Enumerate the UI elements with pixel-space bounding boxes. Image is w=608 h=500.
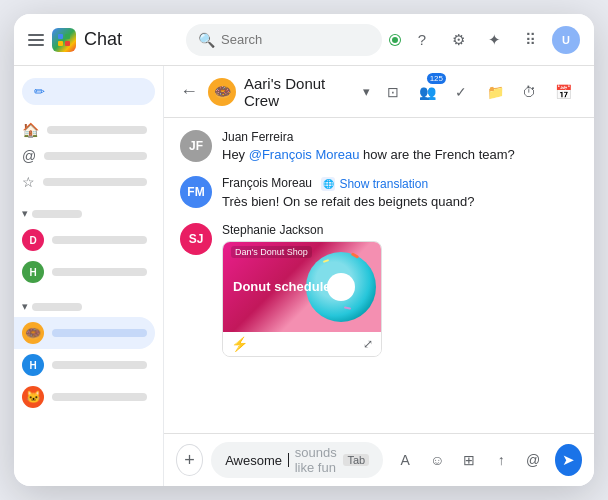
home-label [47,126,147,134]
more-icon: @ [526,452,540,468]
settings-icon[interactable]: ⚙ [444,26,472,54]
files-button[interactable]: 📁 [480,77,510,107]
svg-rect-2 [58,41,63,46]
mention-1[interactable]: @François Moreau [249,147,360,162]
avatar-stephanie: SJ [180,223,212,255]
main-layout: ✏ 🏠 @ ☆ ▾ [14,66,594,486]
search-icon: 🔍 [198,32,215,48]
chat-panel: ← 🍩 Aari's Donut Crew ▾ ⊡ 👥 125 ✓ 📁 ⏱ 📅 [164,66,594,486]
app-title: Chat [84,29,122,50]
chat-header-actions: ⊡ 👥 125 ✓ 📁 ⏱ 📅 [378,77,578,107]
sparkle-icon[interactable]: ✦ [480,26,508,54]
upload-button[interactable]: ↑ [487,446,515,474]
nav-section: 🏠 @ ☆ [14,117,163,195]
emoji-icon: ☺ [430,452,444,468]
avatar-juan: JF [180,130,212,162]
donut-crew-label [52,329,147,337]
integrations-button[interactable]: ⏱ [514,77,544,107]
new-chat-button[interactable]: ✏ [22,78,155,105]
help-icon[interactable]: ? [408,26,436,54]
dm2-avatar: H [22,354,44,376]
space-avatar-s2: H [22,261,44,283]
home-icon: 🏠 [22,122,39,138]
search-input[interactable] [221,32,370,47]
input-cursor [288,453,289,467]
chat-room-title: Aari's Donut Crew [244,75,355,109]
message-text-1: Hey @François Moreau how are the French … [222,146,578,164]
message-content-1: Juan Ferreira Hey @François Moreau how a… [222,130,578,164]
topbar: Chat 🔍 ? ⚙ ✦ ⠿ U [14,14,594,66]
upload-icon: ↑ [498,452,505,468]
sidebar-item-home[interactable]: 🏠 [14,117,155,143]
attach-button[interactable]: ⊞ [455,446,483,474]
more-button[interactable]: @ [519,446,547,474]
card-shop-label: Dan's Donut Shop [231,246,312,258]
message-suffix-1: how are the French team? [359,147,514,162]
mentions-label [44,152,147,160]
message-group-2: FM François Moreau 🌐 Show translation Tr… [180,176,578,211]
input-suggestion: sounds like fun [295,445,338,475]
emoji-button[interactable]: ☺ [423,446,451,474]
chat-header: ← 🍩 Aari's Donut Crew ▾ ⊡ 👥 125 ✓ 📁 ⏱ 📅 [164,66,594,118]
message-group-3: SJ Stephanie Jackson Dan's Donut Shop Do… [180,223,578,357]
format-text-button[interactable]: A [391,446,419,474]
sidebar-item-dm3[interactable]: 🐱 [14,381,155,413]
input-actions: A ☺ ⊞ ↑ @ [391,446,547,474]
apps-icon[interactable]: ⠿ [516,26,544,54]
space-label-s1 [52,236,147,244]
svg-rect-0 [58,34,63,39]
translate-button[interactable]: 🌐 Show translation [321,177,428,191]
members-button[interactable]: 👥 125 [412,77,442,107]
message-prefix-1: Hey [222,147,249,162]
dm3-label [52,393,147,401]
menu-icon[interactable] [28,34,44,46]
section-label [32,210,82,218]
translate-icon: 🌐 [321,177,335,191]
status-indicator [390,35,400,45]
chat-room-avatar: 🍩 [208,78,236,106]
dm2-label [52,361,147,369]
chat-room-dropdown-icon[interactable]: ▾ [363,84,370,99]
calendar-button[interactable]: 📅 [548,77,578,107]
user-avatar[interactable]: U [552,26,580,54]
sidebar-item-dm2[interactable]: H [14,349,155,381]
messages-area: JF Juan Ferreira Hey @François Moreau ho… [164,118,594,433]
edit-icon: ✏ [34,84,45,99]
avatar-francois: FM [180,176,212,208]
donut-crew-avatar: 🍩 [22,322,44,344]
card-footer-icon: ⚡ [231,336,248,352]
send-button[interactable]: ➤ [555,444,582,476]
chevron-down-icon2: ▾ [22,300,28,313]
send-icon: ➤ [562,451,575,469]
starred-label [43,178,147,186]
back-button[interactable]: ← [180,81,198,102]
tasks-button[interactable]: ✓ [446,77,476,107]
video-call-button[interactable]: ⊡ [378,77,408,107]
card-footer: ⚡ ⤢ [223,332,381,356]
format-icon: A [401,452,410,468]
card-title: Donut schedule [233,279,331,296]
card-expand-icon[interactable]: ⤢ [363,337,373,351]
donut-hole [327,273,355,301]
message-input-box[interactable]: Awesome sounds like fun Tab [211,442,383,478]
space-label-s2 [52,268,147,276]
sidebar-item-donut-crew[interactable]: 🍩 [14,317,155,349]
sidebar-item-s2[interactable]: H [14,256,155,288]
space-avatar-s1: D [22,229,44,251]
app-window: Chat 🔍 ? ⚙ ✦ ⠿ U ✏ 🏠 [14,14,594,486]
sidebar-item-s1[interactable]: D [14,224,155,256]
spaces-section: ▾ D H [14,203,163,288]
message-content-2: François Moreau 🌐 Show translation Très … [222,176,578,211]
dm3-avatar: 🐱 [22,386,44,408]
topbar-left: Chat [28,28,178,52]
members-badge: 125 [427,73,446,84]
donut-card[interactable]: Dan's Donut Shop Donut schedule [222,241,382,357]
sidebar-item-starred[interactable]: ☆ [14,169,155,195]
sidebar-item-mentions[interactable]: @ [14,143,155,169]
message-text-2: Très bien! On se refait des beignets qua… [222,193,578,211]
search-bar[interactable]: 🔍 [186,24,382,56]
add-button[interactable]: + [176,444,203,476]
sender-name-3: Stephanie Jackson [222,223,578,237]
message-group-1: JF Juan Ferreira Hey @François Moreau ho… [180,130,578,164]
donut-card-image: Dan's Donut Shop Donut schedule [223,242,381,332]
